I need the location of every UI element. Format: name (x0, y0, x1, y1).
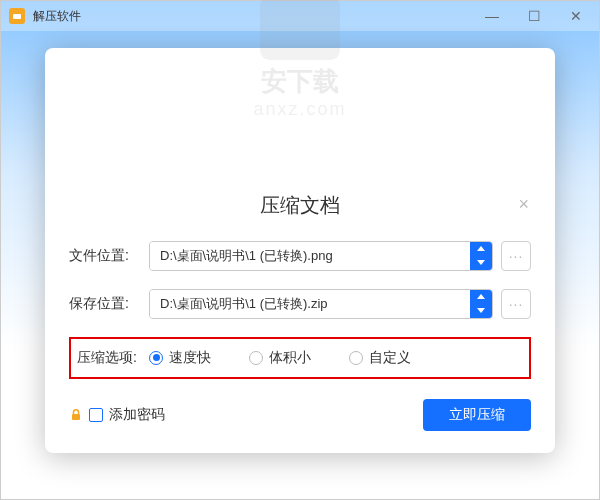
radio-label: 速度快 (169, 349, 211, 367)
add-password-group: 添加密码 (69, 406, 165, 424)
close-icon[interactable]: × (518, 194, 529, 215)
modal-overlay: 安下载 anxz.com 压缩文档 × 文件位置: (1, 1, 599, 499)
dialog-header: 压缩文档 × (69, 192, 531, 219)
file-location-input-wrap (149, 241, 493, 271)
save-location-browse-button[interactable]: ··· (501, 289, 531, 319)
watermark-text: 安下载 (69, 64, 531, 99)
dialog-title: 压缩文档 (69, 192, 531, 219)
radio-icon (249, 351, 263, 365)
file-location-stepper (470, 242, 492, 270)
add-password-label[interactable]: 添加密码 (109, 406, 165, 424)
add-password-checkbox[interactable] (89, 408, 103, 422)
compress-options-label: 压缩选项: (77, 349, 149, 367)
save-location-row: 保存位置: ··· (69, 289, 531, 319)
save-location-label: 保存位置: (69, 295, 141, 313)
watermark-bag-icon (260, 0, 340, 60)
watermark-url: anxz.com (69, 99, 531, 120)
compress-options-group: 速度快 体积小 自定义 (149, 349, 411, 367)
stepper-up-icon[interactable] (470, 290, 492, 304)
file-location-row: 文件位置: ··· (69, 241, 531, 271)
file-location-input[interactable] (150, 242, 470, 270)
save-location-input-wrap (149, 289, 493, 319)
stepper-down-icon[interactable] (470, 304, 492, 318)
radio-label: 体积小 (269, 349, 311, 367)
lock-icon (69, 408, 83, 422)
radio-small-size[interactable]: 体积小 (249, 349, 311, 367)
compress-dialog: 安下载 anxz.com 压缩文档 × 文件位置: (45, 48, 555, 453)
radio-icon (149, 351, 163, 365)
watermark: 安下载 anxz.com (69, 0, 531, 120)
radio-label: 自定义 (369, 349, 411, 367)
svg-rect-0 (72, 414, 80, 420)
radio-custom[interactable]: 自定义 (349, 349, 411, 367)
compress-options-row: 压缩选项: 速度快 体积小 自定义 (77, 349, 523, 367)
file-location-label: 文件位置: (69, 247, 141, 265)
app-window: 解压软件 — ☐ ✕ 解压软件 安下载 anxz.com 压缩文档 × 文件位置… (0, 0, 600, 500)
save-location-input[interactable] (150, 290, 470, 318)
dialog-footer: 添加密码 立即压缩 (69, 399, 531, 431)
file-location-browse-button[interactable]: ··· (501, 241, 531, 271)
stepper-up-icon[interactable] (470, 242, 492, 256)
stepper-down-icon[interactable] (470, 256, 492, 270)
save-location-stepper (470, 290, 492, 318)
compress-options-highlight: 压缩选项: 速度快 体积小 自定义 (69, 337, 531, 379)
radio-icon (349, 351, 363, 365)
compress-button[interactable]: 立即压缩 (423, 399, 531, 431)
radio-speed-fast[interactable]: 速度快 (149, 349, 211, 367)
